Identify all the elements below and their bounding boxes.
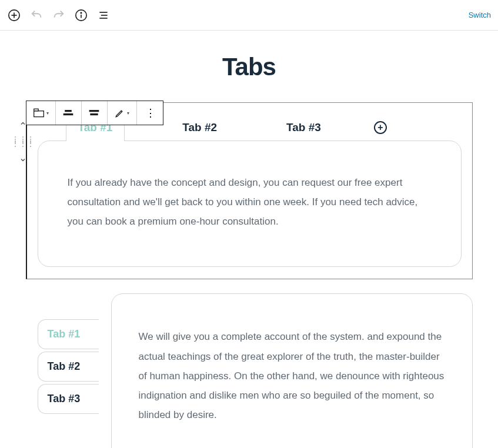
tab-content-panel[interactable]: If you already have the concept and desi…: [38, 141, 462, 267]
svg-rect-11: [65, 110, 72, 112]
more-options-button[interactable]: ⋮: [137, 101, 163, 125]
redo-icon: [52, 8, 66, 22]
svg-rect-13: [89, 110, 99, 112]
page-title[interactable]: Tabs: [0, 53, 498, 81]
vtab-content-panel[interactable]: We will give you a complete account of t…: [111, 293, 473, 448]
align-button-1[interactable]: [56, 101, 82, 125]
style-button[interactable]: ▾: [108, 101, 137, 125]
svg-rect-9: [34, 111, 44, 117]
move-down-icon[interactable]: [19, 156, 26, 163]
tab-content-text[interactable]: If you already have the concept and desi…: [68, 173, 432, 231]
drag-handle-icon[interactable]: ⋮⋮⋮⋮⋮⋮: [12, 138, 35, 146]
vtab-1[interactable]: Tab #1: [38, 319, 99, 349]
toolbar-left: [7, 8, 111, 22]
vertical-tabs-column: Tab #1 Tab #2 Tab #3: [38, 293, 99, 414]
vtab-content-text[interactable]: We will give you a complete account of t…: [139, 327, 445, 424]
vtab-2[interactable]: Tab #2: [38, 352, 99, 382]
undo-icon: [29, 8, 44, 22]
add-tab-button[interactable]: +: [374, 121, 387, 134]
top-toolbar: Switch: [0, 0, 498, 31]
switch-link[interactable]: Switch: [469, 11, 491, 19]
svg-point-5: [81, 12, 81, 13]
add-block-icon[interactable]: [7, 8, 21, 22]
chevron-down-icon: ▾: [127, 111, 129, 116]
align-button-2[interactable]: [82, 101, 108, 125]
svg-rect-14: [90, 113, 98, 115]
outline-icon[interactable]: [96, 8, 111, 22]
svg-rect-10: [34, 109, 38, 111]
block-side-controls: ⋮⋮⋮⋮⋮⋮: [12, 120, 35, 163]
info-icon[interactable]: [74, 8, 88, 22]
kebab-icon: ⋮: [145, 106, 155, 119]
tab-3[interactable]: Tab #3: [275, 114, 333, 141]
block-toolbar: ▾ ▾ ⋮: [26, 101, 163, 125]
plus-icon: +: [377, 122, 383, 133]
editor-area: ⋮⋮⋮⋮⋮⋮ ▾ ▾ ⋮ Tab #1 Tab #2 Tab #3 +: [26, 102, 473, 448]
tabs-block-horizontal[interactable]: Tab #1 Tab #2 Tab #3 + If you already ha…: [26, 102, 473, 279]
tabs-block-vertical: Tab #1 Tab #2 Tab #3 We will give you a …: [26, 293, 473, 448]
chevron-down-icon: ▾: [46, 111, 49, 116]
block-type-button[interactable]: ▾: [26, 101, 56, 125]
svg-rect-12: [63, 113, 73, 115]
vtab-3[interactable]: Tab #3: [38, 384, 99, 414]
tab-2[interactable]: Tab #2: [171, 114, 229, 141]
